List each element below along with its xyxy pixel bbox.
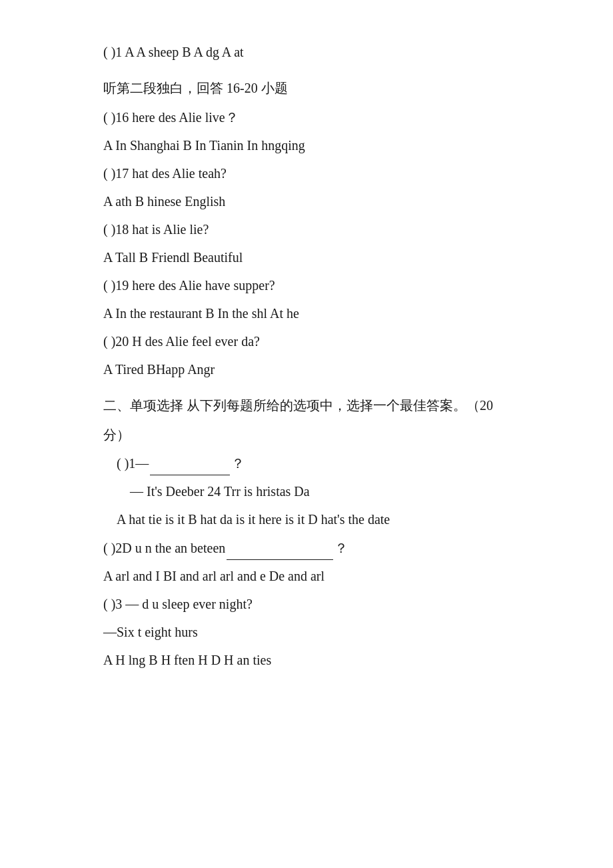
question-19: ( )19 here des Alie have supper? <box>103 273 520 297</box>
question-16-options: A In Shanghai B In Tianin In hngqing <box>103 133 520 157</box>
question-18-options: A Tall B Friendl Beautiful <box>103 245 520 269</box>
question-1: ( )1 A A sheep B A dg A at <box>103 40 520 64</box>
blank-q22 <box>227 535 333 560</box>
question-18: ( )18 hat is Alie lie? <box>103 217 520 241</box>
blank-q21 <box>150 451 230 475</box>
question-17-options: A ath B hinese English <box>103 189 520 213</box>
question-16: ( )16 here des Alie live？ <box>103 105 520 129</box>
question-21-answer: — It's Deeber 24 Trr is hristas Da <box>103 479 520 503</box>
question-17: ( )17 hat des Alie teah? <box>103 161 520 185</box>
section-3-points: 分） <box>103 423 520 447</box>
question-21-options: A hat tie is it B hat da is it here is i… <box>103 507 520 531</box>
question-20-options: A Tired BHapp Angr <box>103 357 520 381</box>
exam-content: ( )1 A A sheep B A dg A at 听第二段独白，回答 16-… <box>103 40 520 672</box>
question-23-answer: —Six t eight hurs <box>103 620 520 644</box>
section-3-title: 二、单项选择 从下列每题所给的选项中，选择一个最佳答案。（20 <box>103 393 520 417</box>
question-23: ( )3 — d u sleep ever night? <box>103 592 520 616</box>
section-2-title: 听第二段独白，回答 16-20 小题 <box>103 76 520 100</box>
question-22: ( )2D u n the an beteen ？ <box>103 535 520 560</box>
question-22-options: A arl and I BI and arl arl and e De and … <box>103 564 520 588</box>
question-19-options: A In the restaurant B In the shl At he <box>103 301 520 325</box>
question-20: ( )20 H des Alie feel ever da? <box>103 329 520 353</box>
question-23-options: A H lng B H ften H D H an ties <box>103 648 520 672</box>
question-21: ( )1— ？ <box>103 451 520 475</box>
